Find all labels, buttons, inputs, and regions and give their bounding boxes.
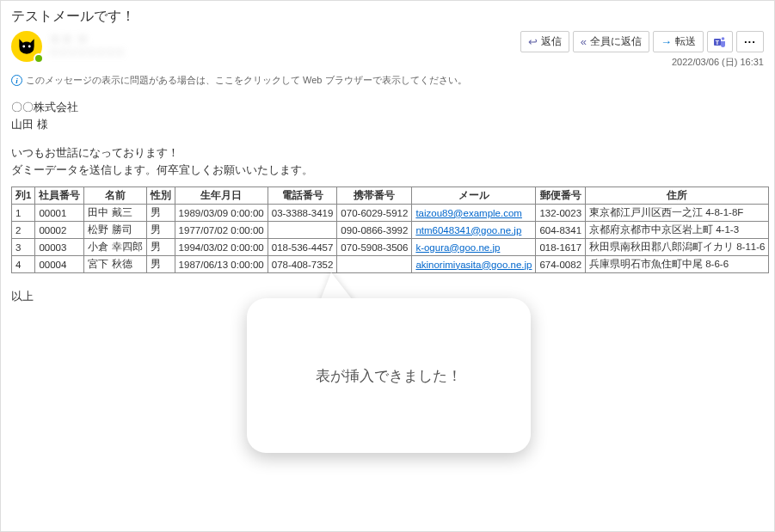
table-cell: 男 (146, 205, 175, 222)
reply-icon: ↩ (528, 36, 538, 47)
forward-icon: → (661, 36, 672, 47)
table-cell: 604-8341 (536, 222, 586, 239)
table-cell: akinorimiyasita@goo.ne.jp (412, 256, 536, 273)
th-phone: 電話番号 (268, 187, 337, 205)
more-actions-button[interactable]: ··· (736, 31, 764, 52)
sender-block: ＊＊ ＊ ＊＊＊＊＊＊＊＊ (11, 31, 125, 62)
th-mail: メール (412, 187, 536, 205)
table-cell: 宮下 秋德 (84, 256, 146, 273)
reply-label: 返信 (541, 34, 562, 49)
info-message: このメッセージの表示に問題がある場合は、ここをクリックして Web ブラウザーで… (26, 74, 467, 87)
svg-text:T: T (716, 39, 720, 45)
table-cell: taizou89@example.com (412, 205, 536, 222)
table-cell: 3 (12, 239, 35, 256)
intro-line1: いつもお世話になっております！ (11, 144, 764, 162)
table-cell: 00001 (35, 205, 84, 222)
table-cell: 1987/06/13 0:00:00 (175, 256, 268, 273)
table-row: 400004宮下 秋德男1987/06/13 0:00:00078-408-73… (12, 256, 769, 273)
svg-point-1 (28, 46, 31, 48)
table-row: 100001田中 戴三男1989/03/09 0:00:0003-3388-34… (12, 205, 769, 222)
table-cell: 070-5908-3506 (337, 239, 412, 256)
info-icon: i (11, 75, 22, 86)
table-cell: ntm6048341@goo.ne.jp (412, 222, 536, 239)
table-cell: 4 (12, 256, 35, 273)
table-row: 200002松野 勝司男1977/07/02 0:00:00090-0866-3… (12, 222, 769, 239)
annotation-callout: 表が挿入できました！ (247, 298, 531, 453)
th-col1: 列1 (12, 187, 35, 205)
table-cell: 090-0866-3992 (337, 222, 412, 239)
table-cell: 018-1617 (536, 239, 586, 256)
table-row: 300003小倉 幸四郎男1994/03/02 0:00:00018-536-4… (12, 239, 769, 256)
table-cell: 松野 勝司 (84, 222, 146, 239)
table-cell: 男 (146, 256, 175, 273)
reply-all-label: 全員に返信 (590, 34, 642, 49)
table-cell: 1994/03/02 0:00:00 (175, 239, 268, 256)
info-bar[interactable]: i このメッセージの表示に問題がある場合は、ここをクリックして Web ブラウザ… (1, 72, 774, 94)
email-link[interactable]: k-ogura@goo.ne.jp (415, 242, 500, 253)
table-cell: 1 (12, 205, 35, 222)
table-cell: 兵庫県明石市魚住町中尾 8-6-6 (586, 256, 769, 273)
table-cell: 男 (146, 222, 175, 239)
table-cell: 京都府京都市中京区岩上町 4-1-3 (586, 222, 769, 239)
svg-point-4 (722, 37, 725, 40)
email-link[interactable]: akinorimiyasita@goo.ne.jp (415, 260, 532, 270)
table-cell: 03-3388-3419 (268, 205, 337, 222)
table-cell: 2 (12, 222, 35, 239)
email-timestamp: 2022/03/06 (日) 16:31 (672, 56, 764, 69)
forward-button[interactable]: → 転送 (653, 31, 704, 52)
presence-available-icon (34, 53, 44, 64)
table-cell: 秋田県南秋田郡八郎潟町イカリ 8-11-6 (586, 239, 769, 256)
table-cell: 674-0082 (536, 256, 586, 273)
th-mobile: 携帯番号 (337, 187, 412, 205)
table-cell: 1977/07/02 0:00:00 (175, 222, 268, 239)
table-cell: 078-408-7352 (268, 256, 337, 273)
th-gender: 性別 (146, 187, 175, 205)
table-cell: 018-536-4457 (268, 239, 337, 256)
teams-icon: T (713, 35, 727, 49)
table-cell: 00002 (35, 222, 84, 239)
avatar[interactable] (11, 31, 42, 62)
table-cell: 070-6029-5912 (337, 205, 412, 222)
greeting-company: 〇〇株式会社 (11, 99, 764, 116)
table-cell: k-ogura@goo.ne.jp (412, 239, 536, 256)
email-body: 〇〇株式会社 山田 様 いつもお世話になっております！ ダミーデータを送信します… (1, 94, 774, 309)
action-toolbar: ↩ 返信 « 全員に返信 → 転送 T (520, 31, 764, 52)
data-table: 列1 社員番号 名前 性別 生年月日 電話番号 携帯番号 メール 郵便番号 住所… (11, 187, 769, 273)
table-cell: 東京都江戸川区西一之江 4-8-1-8F (586, 205, 769, 222)
email-subject: テストメールです！ (11, 8, 764, 26)
reply-all-button[interactable]: « 全員に返信 (573, 31, 649, 52)
intro-line2: ダミーデータを送信します。何卒宜しくお願いいたします。 (11, 162, 764, 179)
greeting-name: 山田 様 (11, 116, 764, 133)
th-empno: 社員番号 (35, 187, 84, 205)
email-link[interactable]: taizou89@example.com (415, 208, 522, 218)
teams-button[interactable]: T (707, 31, 733, 52)
table-cell: 小倉 幸四郎 (84, 239, 146, 256)
th-address: 住所 (586, 187, 769, 205)
table-cell: 00004 (35, 256, 84, 273)
sender-info-masked: ＊＊ ＊ ＊＊＊＊＊＊＊＊ (49, 34, 125, 59)
table-cell: 1989/03/09 0:00:00 (175, 205, 268, 222)
th-birth: 生年月日 (175, 187, 268, 205)
table-cell: 132-0023 (536, 205, 586, 222)
svg-point-0 (22, 46, 25, 48)
forward-label: 転送 (675, 34, 696, 49)
th-zip: 郵便番号 (536, 187, 586, 205)
callout-text: 表が挿入できました！ (316, 366, 462, 386)
table-header-row: 列1 社員番号 名前 性別 生年月日 電話番号 携帯番号 メール 郵便番号 住所 (12, 187, 769, 205)
email-link[interactable]: ntm6048341@goo.ne.jp (415, 225, 521, 235)
table-cell: 00003 (35, 239, 84, 256)
reply-all-icon: « (581, 36, 587, 47)
table-cell (337, 256, 412, 273)
table-cell: 男 (146, 239, 175, 256)
reply-button[interactable]: ↩ 返信 (520, 31, 569, 52)
table-cell (268, 222, 337, 239)
th-name: 名前 (84, 187, 146, 205)
table-cell: 田中 戴三 (84, 205, 146, 222)
